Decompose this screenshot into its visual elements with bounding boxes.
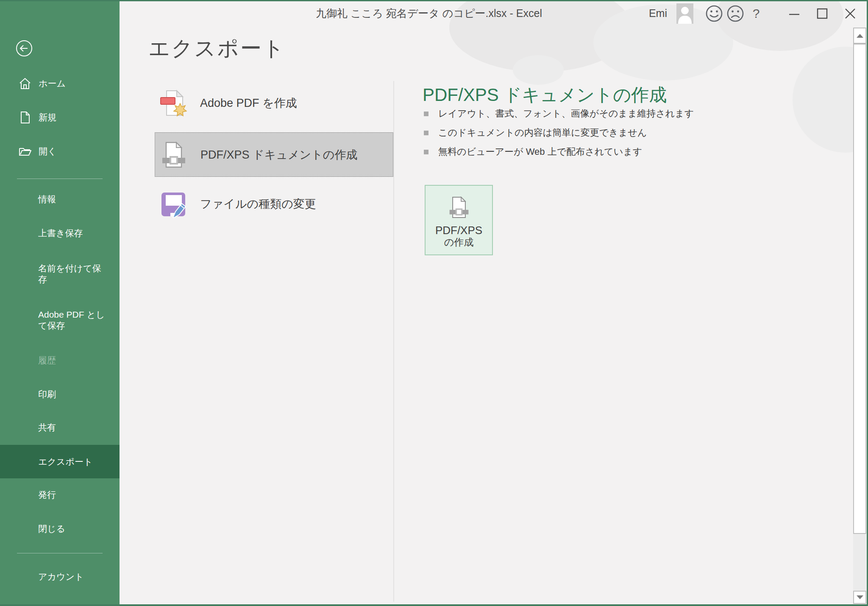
help-icon[interactable]: ? [748,5,765,22]
sidebar-item-save[interactable]: 上書き保存 [0,228,120,239]
detail-heading: PDF/XPS ドキュメントの作成 [423,83,667,107]
sidebar-item-close[interactable]: 閉じる [0,523,120,534]
vertical-scrollbar [853,28,866,604]
titlebar: 九御礼 こころ 宛名データ のコピー.xlsx - Excel Emi [120,0,868,27]
sidebar-item-account[interactable]: アカウント [0,571,120,582]
sidebar-item-save-as-adobe-pdf[interactable]: Adobe PDF として保存 [0,309,120,331]
scroll-up-icon[interactable] [853,28,866,44]
option-change-file-type[interactable]: ファイルの種類の変更 [155,182,393,226]
sidebar-item-history: 履歴 [0,355,120,366]
open-folder-icon [19,145,31,158]
sidebar-item-new[interactable]: 新規 [0,110,120,125]
option-label: PDF/XPS ドキュメントの作成 [200,147,357,162]
account-user-name[interactable]: Emi [649,7,667,20]
bullet-square-icon [424,150,428,154]
bullet-square-icon [424,131,428,135]
pdf-xps-document-icon [449,195,469,221]
feedback-smile-icon[interactable] [705,5,723,22]
bullet-square-icon [424,112,428,116]
adobe-pdf-icon [160,89,187,117]
scroll-down-icon[interactable] [853,591,866,604]
back-button[interactable] [16,40,33,57]
window-border [0,0,868,1]
page-title: エクスポート [148,34,286,63]
option-label: Adobe PDF を作成 [200,95,297,111]
sidebar-item-print[interactable]: 印刷 [0,389,120,400]
option-create-adobe-pdf[interactable]: Adobe PDF を作成 [155,81,393,126]
home-icon [19,77,31,90]
user-avatar-icon[interactable] [676,3,693,24]
sidebar-item-share[interactable]: 共有 [0,422,120,433]
sidebar-item-label: ホーム [39,78,66,89]
button-label-line1: PDF/XPS [435,224,482,236]
detail-bullet: このドキュメントの内容は簡単に変更できません [424,127,647,139]
option-label: ファイルの種類の変更 [200,196,316,212]
sidebar-item-label: 新規 [39,112,56,123]
button-label-line2: の作成 [444,236,474,248]
sidebar-item-open[interactable]: 開く [0,144,120,159]
detail-bullet: レイアウト、書式、フォント、画像がそのまま維持されます [424,108,694,120]
content-divider [393,81,394,602]
titlebar-controls: Emi [649,0,860,27]
close-icon[interactable] [841,5,860,22]
excel-backstage-window: 九御礼 こころ 宛名データ のコピー.xlsx - Excel Emi [0,0,868,606]
sidebar-item-label: 開く [39,145,57,157]
sidebar-item-export[interactable]: エクスポート [0,445,120,478]
detail-bullet: 無料のビューアーが Web 上で配布されています [424,146,642,158]
window-border [0,604,868,606]
change-file-type-icon [160,190,187,218]
sidebar-item-publish[interactable]: 発行 [0,489,120,500]
sidebar-item-save-as[interactable]: 名前を付けて保存 [0,263,120,285]
window-title: 九御礼 こころ 宛名データ のコピー.xlsx - Excel [120,0,738,27]
sidebar-item-info[interactable]: 情報 [0,194,120,205]
maximize-icon[interactable] [813,5,832,22]
pdf-xps-document-icon [160,141,187,169]
backstage-sidebar: ホーム 新規 開く 情報 上書き保存 名前を付けて保存 Adob [0,0,120,606]
sidebar-item-home[interactable]: ホーム [0,76,120,91]
new-document-icon [19,111,31,124]
sidebar-divider [17,553,103,553]
option-create-pdf-xps[interactable]: PDF/XPS ドキュメントの作成 [155,132,393,177]
create-pdf-xps-button[interactable]: PDF/XPS の作成 [425,185,493,255]
minimize-icon[interactable] [785,5,804,22]
feedback-frown-icon[interactable] [726,5,744,22]
scrollbar-thumb[interactable] [853,44,866,534]
sidebar-divider [17,179,103,179]
export-page: エクスポート Adobe PDF を作成 [120,27,854,604]
